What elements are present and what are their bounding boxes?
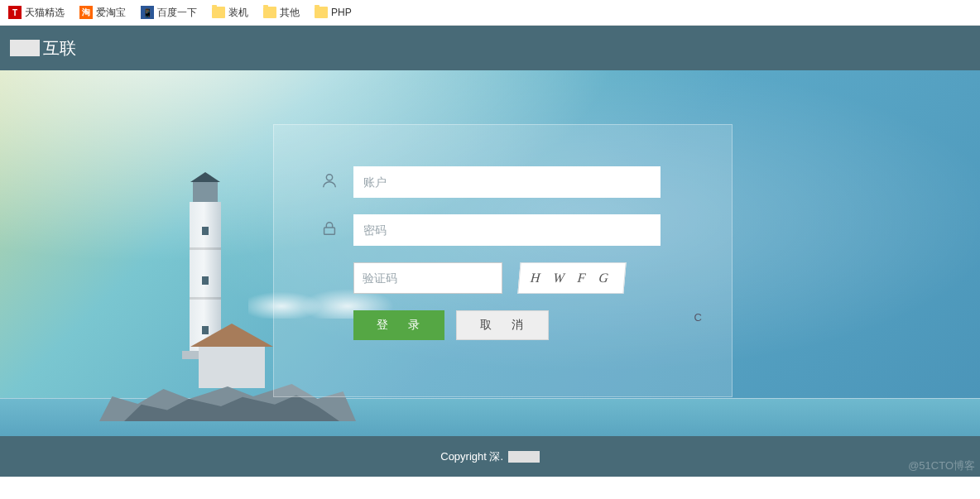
svg-rect-1 [324,228,335,234]
app-header: 互联 [0,26,980,70]
captcha-input[interactable] [353,262,502,294]
watermark-text: @51CTO博客 [908,458,975,473]
cancel-button[interactable]: 取 消 [456,310,549,340]
tmall-icon: T [8,6,22,19]
bookmark-label: 装机 [228,6,248,20]
lock-icon [320,219,340,241]
user-icon [320,171,340,193]
folder-icon [263,7,276,18]
hero-background: H W F G 登 录 取 消 C [0,70,980,436]
bookmark-baidu[interactable]: 📱 百度一下 [137,4,200,22]
username-input[interactable] [353,166,661,198]
folder-icon [212,7,225,18]
bookmark-label: PHP [331,7,352,18]
bookmark-folder-zhuangji[interactable]: 装机 [209,4,252,22]
folder-icon [315,7,328,18]
footer: Copyright 深. @51CTO博客 [0,436,980,477]
brand-suffix: 互联 [43,37,76,60]
captcha-refresh[interactable]: C [694,311,702,324]
copyright-text: Copyright 深. [440,450,503,463]
bookmark-label: 天猫精选 [25,6,65,20]
brand-logo: 互联 [10,37,76,60]
svg-point-0 [326,175,332,180]
taobao-icon: 淘 [79,6,93,19]
bookmark-label: 百度一下 [157,6,197,20]
login-card: H W F G 登 录 取 消 C [273,124,733,397]
baidu-icon: 📱 [141,6,154,19]
brand-redacted [10,40,40,56]
house-body [199,347,265,388]
bookmark-folder-php[interactable]: PHP [311,5,355,20]
bookmark-folder-other[interactable]: 其他 [260,4,303,22]
login-button[interactable]: 登 录 [353,310,444,340]
captcha-image[interactable]: H W F G [517,262,626,294]
bookmark-tmall[interactable]: T 天猫精选 [5,4,68,22]
bookmarks-bar: T 天猫精选 淘 爱淘宝 📱 百度一下 装机 其他 PHP [0,0,980,26]
password-input[interactable] [353,214,661,246]
bookmark-label: 其他 [280,6,300,20]
bookmark-label: 爱淘宝 [96,6,126,20]
footer-redacted [508,451,540,463]
bookmark-aitaobao[interactable]: 淘 爱淘宝 [76,4,129,22]
house-roof [190,324,273,347]
